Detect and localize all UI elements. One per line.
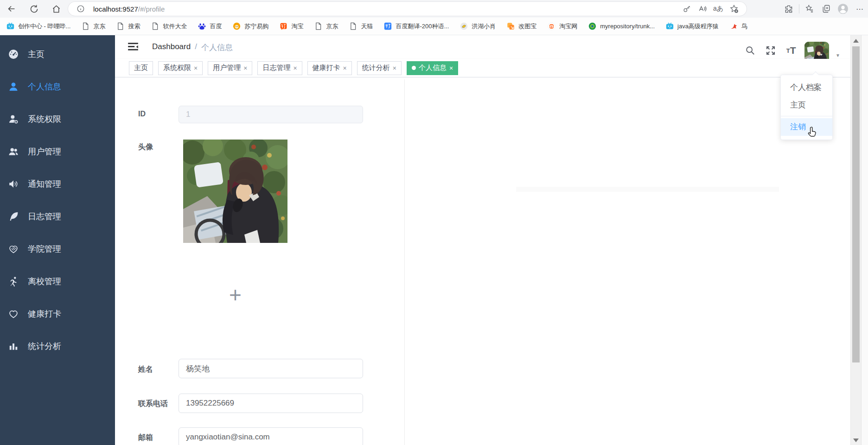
dashboard-icon: [8, 49, 19, 59]
bookmark-item[interactable]: 淘宝: [280, 22, 303, 31]
tag-permissions[interactable]: 系统权限×: [158, 61, 203, 75]
bookmark-item[interactable]: 百度: [198, 22, 222, 31]
more-menu-icon[interactable]: ⋯: [851, 2, 868, 16]
profile-form: ID 头像 + 姓名 联系电话 邮箱: [115, 77, 850, 445]
field-label-id: ID: [138, 110, 146, 118]
browser-profile-icon[interactable]: [835, 2, 851, 16]
extensions-icon[interactable]: [780, 2, 797, 16]
close-icon[interactable]: ×: [194, 64, 198, 72]
bookmark-item[interactable]: 鸟: [730, 22, 747, 31]
site-info-icon[interactable]: [73, 3, 89, 15]
heart-icon: [8, 309, 19, 319]
close-icon[interactable]: ×: [343, 64, 347, 72]
dropdown-divider: [781, 116, 832, 116]
add-favorite-icon[interactable]: [726, 3, 742, 15]
id-input[interactable]: [179, 106, 363, 123]
favorites-icon[interactable]: [801, 2, 818, 16]
bookmark-item[interactable]: myrepository/trunk...: [588, 22, 655, 30]
bookmark-item[interactable]: 京东: [82, 22, 105, 31]
tag-users[interactable]: 用户管理×: [208, 61, 252, 75]
field-label-phone: 联系电话: [138, 399, 168, 409]
search-icon[interactable]: [743, 43, 757, 58]
home-icon[interactable]: [48, 2, 64, 16]
bilibili-icon: [666, 22, 674, 30]
sidebar-item-users[interactable]: 用户管理: [0, 135, 115, 168]
tag-profile-active[interactable]: 个人信息×: [407, 61, 458, 75]
breadcrumb-separator: /: [195, 42, 197, 53]
window-edge-strip: [861, 35, 868, 445]
back-icon[interactable]: [4, 2, 19, 16]
password-key-icon[interactable]: [679, 3, 695, 15]
placeholder-bar: [516, 187, 779, 192]
refresh-icon[interactable]: [26, 2, 42, 16]
bird-icon: [730, 22, 738, 30]
font-size-icon[interactable]: TT: [784, 43, 798, 58]
sidebar-item-leave[interactable]: 离校管理: [0, 265, 115, 298]
bookmark-item[interactable]: 洪湖小肖: [460, 22, 496, 31]
bookmark-item[interactable]: java高级程序猿: [666, 22, 719, 31]
tag-logs[interactable]: 日志管理×: [257, 61, 302, 75]
sidebar-item-stats[interactable]: 统计分析: [0, 330, 115, 362]
breadcrumb: Dashboard / 个人信息: [152, 42, 233, 53]
dropdown-item-home[interactable]: 主页: [781, 96, 832, 114]
chevron-down-icon[interactable]: ▼: [836, 53, 840, 58]
email-input[interactable]: [179, 427, 363, 445]
sidebar-item-permissions[interactable]: 系统权限: [0, 103, 115, 135]
page-scrollbar[interactable]: [850, 35, 861, 445]
field-label-avatar: 头像: [138, 142, 153, 152]
toolbar-divider: [799, 4, 799, 13]
scroll-up-arrow-icon[interactable]: [853, 39, 859, 43]
quill-icon: [8, 211, 19, 222]
translate-page-icon[interactable]: aあ: [710, 3, 726, 15]
repo-icon: [588, 22, 596, 30]
bookmark-item[interactable]: 京东: [314, 22, 338, 31]
address-bar[interactable]: localhost:9527/#/profile aあ: [68, 2, 747, 16]
tag-health[interactable]: 健康打卡×: [307, 61, 352, 75]
phone-input[interactable]: [179, 394, 363, 413]
field-label-name: 姓名: [138, 365, 153, 375]
bookmark-item[interactable]: 天猫: [349, 22, 373, 31]
sidebar-item-profile[interactable]: 个人信息: [0, 70, 115, 103]
hamburger-icon[interactable]: [127, 41, 139, 52]
sidebar-item-notifications[interactable]: 通知管理: [0, 168, 115, 200]
bookmark-item[interactable]: 创作中心 - 哔哩哔...: [6, 22, 70, 31]
app-navbar: Dashboard / 个人信息 TT ▼: [115, 35, 850, 59]
college-icon: [8, 244, 19, 254]
bookmark-item[interactable]: 改图宝: [507, 22, 536, 31]
dropdown-item-profile[interactable]: 个人档案: [781, 79, 832, 96]
taobao-shop-icon: [548, 22, 555, 30]
runner-icon: [8, 276, 19, 286]
honghu-icon: [460, 22, 468, 30]
sidebar-item-logs[interactable]: 日志管理: [0, 200, 115, 233]
close-icon[interactable]: ×: [449, 64, 453, 72]
tag-stats[interactable]: 统计分析×: [357, 61, 402, 75]
tags-view: 主页 系统权限× 用户管理× 日志管理× 健康打卡× 统计分析× 个人信息×: [115, 59, 850, 77]
breadcrumb-root[interactable]: Dashboard: [152, 42, 191, 53]
fullscreen-icon[interactable]: [764, 43, 778, 58]
bookmark-item[interactable]: 百度翻译-200种语...: [384, 22, 449, 31]
profile-photo: [183, 140, 287, 243]
scrollbar-thumb[interactable]: [852, 46, 860, 362]
browser-toolbar: localhost:9527/#/profile aあ ⋯: [0, 0, 868, 18]
bookmark-item[interactable]: 淘宝网: [548, 22, 577, 31]
bookmark-item[interactable]: 搜索: [116, 22, 140, 31]
mouse-cursor-hand: [807, 126, 819, 139]
sidebar-item-college[interactable]: 学院管理: [0, 233, 115, 265]
close-icon[interactable]: ×: [243, 64, 247, 72]
close-icon[interactable]: ×: [393, 64, 396, 72]
upload-plus-button[interactable]: +: [183, 279, 287, 311]
page-icon: [151, 22, 159, 30]
sidebar-item-home[interactable]: 主页: [0, 38, 115, 70]
read-aloud-icon[interactable]: [695, 3, 710, 15]
sidebar: 主页 个人信息 系统权限 用户管理 通知管理 日志管理 学院管理 离校管理: [0, 35, 115, 445]
sidebar-item-health[interactable]: 健康打卡: [0, 298, 115, 330]
bookmark-item[interactable]: 软件大全: [151, 22, 187, 31]
tag-home[interactable]: 主页: [129, 61, 153, 75]
url-text[interactable]: localhost:9527/#/profile: [93, 5, 679, 13]
collections-icon[interactable]: [818, 2, 835, 16]
close-icon[interactable]: ×: [293, 64, 297, 72]
name-input[interactable]: [179, 359, 363, 378]
baidu-icon: [198, 22, 206, 30]
scroll-down-arrow-icon[interactable]: [853, 439, 859, 442]
bookmark-item[interactable]: 苏宁易购: [233, 22, 268, 31]
